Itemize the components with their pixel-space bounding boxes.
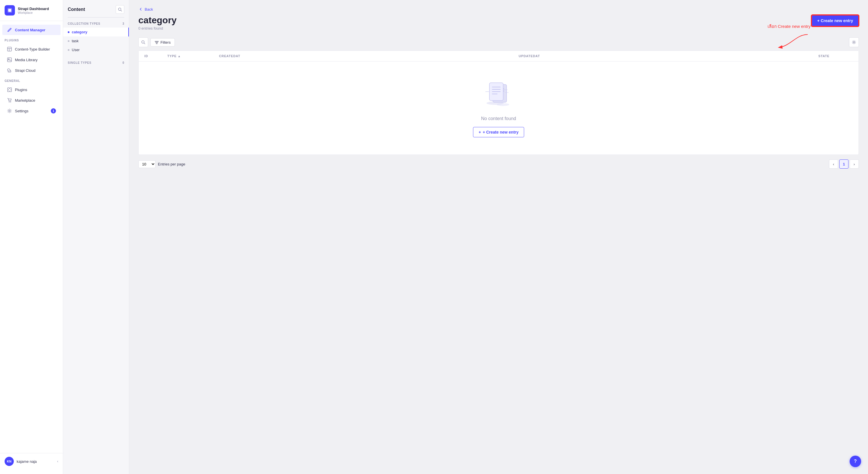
- filter-button[interactable]: Filters: [150, 38, 175, 47]
- main-content: Back category 0 entries found + Create n…: [129, 0, 868, 474]
- svg-point-10: [9, 110, 10, 112]
- sidebar-collapse-icon[interactable]: ‹: [57, 460, 58, 463]
- brand-logo: [5, 5, 15, 16]
- bullet-icon: [68, 31, 69, 33]
- svg-point-8: [9, 102, 9, 102]
- help-button[interactable]: ?: [849, 455, 861, 467]
- page-header: category 0 entries found + Create new en…: [138, 15, 859, 30]
- svg-rect-7: [8, 71, 11, 72]
- cart-icon: [7, 98, 12, 103]
- sidebar-item-label: Content Manager: [15, 28, 45, 32]
- sidebar-item-media-library[interactable]: Media Library: [2, 55, 61, 65]
- sort-icon: ▲: [178, 55, 181, 58]
- single-types-label: SINGLE TYPES 0: [63, 59, 129, 67]
- nav-item-user[interactable]: User: [63, 46, 129, 54]
- create-new-entry-button[interactable]: + Create new entry: [811, 15, 859, 26]
- svg-point-18: [854, 42, 855, 43]
- sidebar-item-label: Plugins: [15, 88, 27, 92]
- divider: [68, 17, 124, 18]
- svg-rect-2: [7, 47, 11, 51]
- back-link[interactable]: Back: [138, 7, 859, 11]
- sidebar: Strapi Dashboard Workplace Content Manag…: [0, 0, 63, 474]
- col-state: STATE: [818, 54, 853, 58]
- col-id: ID: [144, 54, 167, 58]
- sidebar-item-label: Strapi Cloud: [15, 68, 36, 73]
- sidebar-item-label: Settings: [15, 109, 28, 113]
- per-page-selector: 10 20 50 100 Entries per page: [138, 160, 185, 168]
- sidebar-section-plugins: PLUGINS: [0, 35, 63, 44]
- avatar: KN: [5, 457, 14, 466]
- footer-name: kajame naja: [17, 460, 54, 464]
- sidebar-item-label: Marketplace: [15, 98, 35, 102]
- content-panel: Content COLLECTION TYPES 3 category task…: [63, 0, 129, 474]
- cloud-icon: [7, 68, 12, 73]
- svg-rect-1: [8, 9, 11, 12]
- page-subtitle: 0 entries found: [138, 26, 177, 30]
- bullet-icon: [68, 40, 69, 42]
- main-area: Back category 0 entries found + Create n…: [129, 0, 868, 474]
- sidebar-item-strapi-cloud[interactable]: Strapi Cloud: [2, 65, 61, 76]
- page-controls: ‹ 1 ›: [829, 159, 859, 169]
- per-page-label: Entries per page: [158, 162, 185, 166]
- brand-header: Strapi Dashboard Workplace: [0, 0, 63, 21]
- brand-subtitle: Workplace: [18, 11, 49, 14]
- image-icon: [7, 57, 12, 62]
- sidebar-item-content-manager[interactable]: Content Manager: [2, 25, 61, 35]
- empty-state: No content found + + Create new entry: [138, 61, 859, 154]
- page-title-group: category 0 entries found: [138, 15, 177, 30]
- nav-item-category[interactable]: category: [63, 28, 129, 36]
- sidebar-section-general: GENERAL: [0, 76, 63, 84]
- gear-icon: [7, 108, 12, 114]
- sidebar-item-label: Content-Type Builder: [15, 47, 50, 52]
- content-panel-header: Content: [63, 0, 129, 17]
- edit-icon: [7, 27, 12, 32]
- svg-point-9: [10, 102, 11, 102]
- back-arrow-icon: [138, 7, 143, 11]
- filter-icon: [155, 40, 159, 44]
- col-updatedat: UPDATEDAT: [519, 54, 818, 58]
- col-type[interactable]: TYPE ▲: [167, 54, 219, 58]
- collection-types-label: COLLECTION TYPES 3: [63, 20, 129, 28]
- settings-badge: 1: [51, 108, 56, 114]
- sidebar-item-marketplace[interactable]: Marketplace: [2, 95, 61, 106]
- empty-state-title: No content found: [481, 116, 516, 121]
- table-search-button[interactable]: [138, 37, 148, 47]
- page-title: category: [138, 15, 177, 26]
- layout-icon: [7, 47, 12, 52]
- pagination: 10 20 50 100 Entries per page ‹ 1 ›: [138, 159, 859, 169]
- sidebar-footer: KN kajame naja ‹: [0, 453, 63, 469]
- sidebar-item-plugins[interactable]: Plugins: [2, 85, 61, 95]
- sidebar-item-label: Media Library: [15, 58, 38, 62]
- sidebar-item-content-type-builder[interactable]: Content-Type Builder: [2, 44, 61, 54]
- nav-item-task[interactable]: task: [63, 36, 129, 46]
- puzzle-icon: [7, 87, 12, 92]
- table-container: ID TYPE ▲ CREATEDAT UPDATEDAT STATE: [138, 51, 859, 155]
- col-createdat: CREATEDAT: [219, 54, 519, 58]
- prev-page-button[interactable]: ‹: [829, 159, 838, 169]
- table-settings-button[interactable]: [849, 37, 859, 47]
- brand-title: Strapi Dashboard: [18, 7, 49, 11]
- toolbar: Filters: [138, 37, 859, 47]
- svg-point-20: [497, 103, 509, 106]
- svg-line-12: [121, 10, 122, 11]
- table-header: ID TYPE ▲ CREATEDAT UPDATEDAT STATE: [138, 51, 859, 61]
- empty-state-icon: [484, 79, 513, 110]
- svg-line-14: [144, 43, 145, 44]
- next-page-button[interactable]: ›: [849, 159, 859, 169]
- sidebar-nav: Content Manager PLUGINS Content-Type Bui…: [0, 21, 63, 453]
- create-new-entry-secondary-button[interactable]: + + Create new entry: [473, 127, 524, 137]
- per-page-select[interactable]: 10 20 50 100: [138, 160, 156, 168]
- plus-icon: +: [478, 130, 481, 135]
- content-search-button[interactable]: [116, 5, 124, 14]
- bullet-icon: [68, 49, 69, 51]
- settings-icon: [852, 40, 856, 44]
- content-panel-title: Content: [68, 7, 85, 12]
- page-number-button[interactable]: 1: [839, 159, 848, 169]
- sidebar-item-settings[interactable]: Settings 1: [2, 106, 61, 116]
- toolbar-left: Filters: [138, 37, 175, 47]
